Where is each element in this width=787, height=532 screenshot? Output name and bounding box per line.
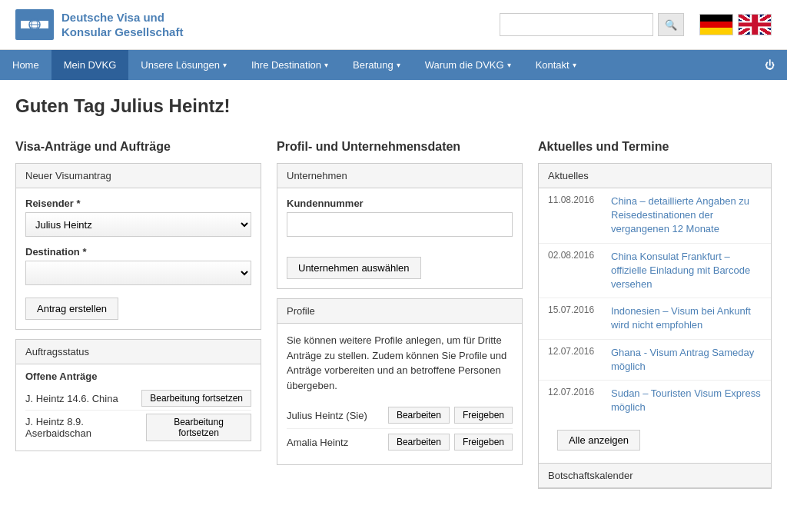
neuer-visumantrag-header: Neuer Visumantrag	[16, 164, 261, 188]
flag-de[interactable]	[699, 14, 733, 35]
botschaftskalender-header: Botschaftskalender	[539, 463, 771, 488]
news-link-2[interactable]: China Konsulat Frankfurt – offizielle Ei…	[611, 250, 762, 292]
mid-column: Profil- und Unternehmensdaten Unternehme…	[277, 140, 523, 474]
nav-warum-dvkg[interactable]: Warum die DVKG	[413, 50, 523, 80]
greeting: Guten Tag Julius Heintz!	[15, 95, 772, 117]
bearbeitung-fortsetzen-btn-2[interactable]: Bearbeitung fortsetzen	[146, 414, 251, 441]
nav-home[interactable]: Home	[0, 50, 51, 80]
flags-area	[699, 14, 772, 35]
neuer-visumantrag-body: Reisender * Julius Heintz Destination * …	[16, 188, 261, 329]
flag-uk[interactable]	[738, 14, 772, 35]
neuer-visumantrag-card: Neuer Visumantrag Reisender * Julius Hei…	[15, 163, 261, 330]
nav-ihre-destination[interactable]: Ihre Destination	[239, 50, 340, 80]
status-name-1: J. Heintz 14.6. China	[25, 393, 118, 404]
news-link-4[interactable]: Ghana - Visum Antrag Sameday möglich	[611, 346, 762, 374]
logo-icon	[15, 9, 54, 40]
nav-beratung[interactable]: Beratung	[340, 50, 413, 80]
list-item: Julius Heintz (Sie) Bearbeiten Freigeben	[287, 402, 513, 429]
list-item: 15.07.2016 Indonesien – Visum bei Ankunf…	[539, 298, 771, 339]
nav-mein-dvkg[interactable]: Mein DVKG	[51, 50, 129, 80]
news-link-5[interactable]: Sudan – Touristen Visum Express möglich	[611, 387, 762, 414]
logo-text: Deutsche Visa und Konsular Gesellschaft	[61, 10, 183, 40]
table-row: J. Heintz 8.9. Aserbaidschan Bearbeitung…	[25, 411, 251, 444]
nav-unsere-loesungen[interactable]: Unsere Lösungen	[128, 50, 239, 80]
bearbeiten-btn-1[interactable]: Bearbeiten	[388, 407, 450, 424]
left-column: Visa-Anträge und Aufträge Neuer Visumant…	[15, 140, 261, 451]
right-column: Aktuelles und Termine Aktuelles 11.08.20…	[538, 140, 772, 498]
unternehmen-auswaehlen-button[interactable]: Unternehmen auswählen	[287, 257, 421, 279]
logo-area: Deutsche Visa und Konsular Gesellschaft	[15, 9, 500, 40]
profile-card: Profile Sie können weitere Profile anleg…	[277, 298, 523, 465]
offene-antraege-label: Offene Anträge	[25, 371, 251, 382]
unternehmen-header: Unternehmen	[277, 164, 522, 188]
news-list: 11.08.2016 China – detaillierte Angaben …	[539, 188, 771, 421]
nav-kontakt[interactable]: Kontakt	[523, 50, 589, 80]
news-date-2: 02.08.2016	[548, 250, 602, 261]
search-area: 🔍	[500, 13, 684, 36]
search-button[interactable]: 🔍	[658, 13, 684, 36]
power-icon[interactable]: ⏻	[752, 50, 787, 80]
freigeben-btn-2[interactable]: Freigeben	[454, 434, 513, 451]
news-link-1[interactable]: China – detaillierte Angaben zu Reisedes…	[611, 195, 762, 237]
antrag-erstellen-button[interactable]: Antrag erstellen	[25, 298, 118, 320]
profile-body: Sie können weitere Profile anlegen, um f…	[277, 324, 522, 464]
auftragsstatus-body: Offene Anträge J. Heintz 14.6. China Bea…	[16, 364, 261, 451]
profile-description: Sie können weitere Profile anlegen, um f…	[287, 333, 513, 393]
aktuelles-section-title: Aktuelles und Termine	[538, 140, 772, 154]
destination-label: Destination *	[25, 246, 251, 258]
auftragsstatus-header: Auftragsstatus	[16, 340, 261, 364]
reisender-group: Reisender * Julius Heintz	[25, 198, 251, 237]
header: Deutsche Visa und Konsular Gesellschaft …	[0, 0, 787, 50]
list-item: 02.08.2016 China Konsulat Frankfurt – of…	[539, 244, 771, 299]
auftragsstatus-card: Auftragsstatus Offene Anträge J. Heintz …	[15, 339, 261, 451]
news-date-3: 15.07.2016	[548, 304, 602, 315]
unternehmen-body: Kundennummer Unternehmen auswählen	[277, 188, 522, 288]
main-content: Guten Tag Julius Heintz! Visa-Anträge un…	[0, 80, 787, 498]
profile-header: Profile	[277, 299, 522, 324]
news-link-3[interactable]: Indonesien – Visum bei Ankunft wird nich…	[611, 304, 762, 332]
alle-anzeigen-area: Alle anzeigen	[539, 421, 771, 463]
navigation: Home Mein DVKG Unsere Lösungen Ihre Dest…	[0, 50, 787, 80]
alle-anzeigen-button[interactable]: Alle anzeigen	[557, 430, 640, 451]
list-item: 11.08.2016 China – detaillierte Angaben …	[539, 188, 771, 244]
kundennummer-label: Kundennummer	[287, 198, 513, 209]
news-date-4: 12.07.2016	[548, 346, 602, 357]
reisender-label: Reisender *	[25, 198, 251, 209]
profil-section-title: Profil- und Unternehmensdaten	[277, 140, 523, 154]
destination-group: Destination *	[25, 246, 251, 285]
news-date-1: 11.08.2016	[548, 195, 602, 205]
list-item: 12.07.2016 Ghana - Visum Antrag Sameday …	[539, 340, 771, 381]
bearbeiten-btn-2[interactable]: Bearbeiten	[388, 434, 450, 451]
destination-select[interactable]	[25, 261, 251, 285]
kundennummer-input[interactable]	[287, 212, 513, 237]
status-section: Auftragsstatus Offene Anträge J. Heintz …	[15, 339, 261, 451]
freigeben-btn-1[interactable]: Freigeben	[454, 407, 513, 424]
list-item: Amalia Heintz Bearbeiten Freigeben	[287, 429, 513, 455]
aktuelles-card: Aktuelles 11.08.2016 China – detailliert…	[538, 163, 772, 489]
news-date-5: 12.07.2016	[548, 387, 602, 397]
profile-name-1: Julius Heintz (Sie)	[287, 410, 384, 421]
kundennummer-group: Kundennummer	[287, 198, 513, 244]
search-input[interactable]	[500, 13, 653, 36]
bearbeitung-fortsetzen-btn-1[interactable]: Bearbeitung fortsetzen	[141, 390, 251, 407]
list-item: 12.07.2016 Sudan – Touristen Visum Expre…	[539, 381, 771, 421]
table-row: J. Heintz 14.6. China Bearbeitung fortse…	[25, 387, 251, 411]
reisender-select[interactable]: Julius Heintz	[25, 212, 251, 237]
visa-section-title: Visa-Anträge und Aufträge	[15, 140, 261, 154]
aktuelles-header: Aktuelles	[539, 164, 771, 188]
status-name-2: J. Heintz 8.9. Aserbaidschan	[25, 416, 146, 439]
unternehmen-card: Unternehmen Kundennummer Unternehmen aus…	[277, 163, 523, 289]
profile-name-2: Amalia Heintz	[287, 437, 384, 448]
columns: Visa-Anträge und Aufträge Neuer Visumant…	[15, 140, 772, 498]
